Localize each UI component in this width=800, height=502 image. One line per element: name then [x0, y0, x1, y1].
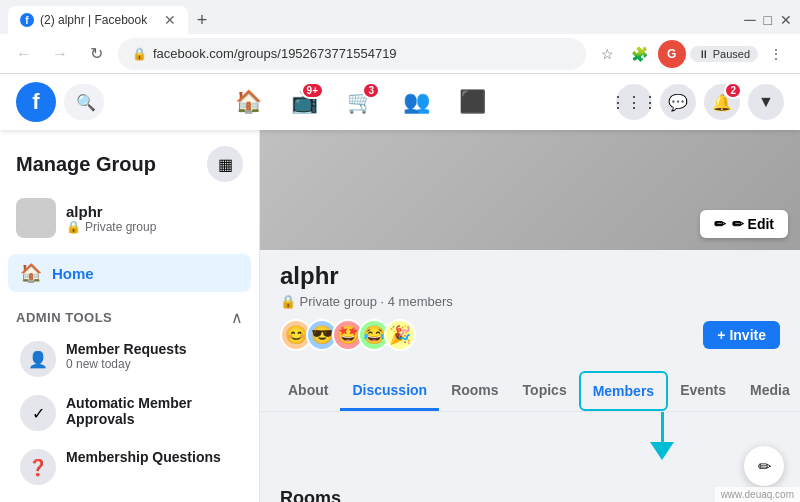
- search-bar[interactable]: 🔍: [64, 84, 104, 120]
- group-meta: 🔒 Private group · 4 members: [280, 294, 780, 309]
- sidebar: Manage Group ▦ alphr 🔒 Private group 🏠 H…: [0, 130, 260, 502]
- arrow-head: [650, 442, 674, 460]
- admin-tools-header: Admin Tools ∧: [0, 296, 259, 331]
- tab-about[interactable]: About: [276, 372, 340, 411]
- sidebar-item-membership-questions[interactable]: ❓ Membership Questions: [8, 441, 251, 493]
- messenger-icon: 💬: [668, 93, 688, 112]
- tab-topics[interactable]: Topics: [511, 372, 579, 411]
- group-heading: alphr: [280, 262, 780, 290]
- member-requests-icon: 👤: [20, 341, 56, 377]
- group-name: alphr: [66, 203, 156, 220]
- tab-events[interactable]: Events: [668, 372, 738, 411]
- window-close-icon[interactable]: ✕: [780, 12, 792, 28]
- nav-groups[interactable]: 👥: [392, 78, 440, 126]
- nav-marketplace[interactable]: 🛒 3: [336, 78, 384, 126]
- fb-nav-center: 🏠 📺 9+ 🛒 3 👥 ⬛: [104, 78, 616, 126]
- browser-chrome: f (2) alphr | Facebook ✕ + ─ □ ✕ ← → ↻ 🔒…: [0, 0, 800, 74]
- cyan-arrow: [650, 412, 674, 460]
- back-button[interactable]: ←: [10, 40, 38, 68]
- rooms-label: Rooms: [280, 488, 341, 502]
- apps-button[interactable]: ⋮⋮⋮: [616, 84, 652, 120]
- auto-approvals-label: Automatic Member Approvals: [66, 395, 239, 427]
- browser-titlebar: f (2) alphr | Facebook ✕ + ─ □ ✕: [0, 0, 800, 34]
- invite-button[interactable]: + Invite: [703, 321, 780, 349]
- sidebar-item-auto-approvals[interactable]: ✓ Automatic Member Approvals: [8, 387, 251, 439]
- window-maximize-icon[interactable]: □: [764, 12, 772, 28]
- notifications-badge: 2: [724, 82, 742, 99]
- home-sidebar-label: Home: [52, 265, 94, 282]
- fb-main: Manage Group ▦ alphr 🔒 Private group 🏠 H…: [0, 130, 800, 502]
- tab-close-icon[interactable]: ✕: [164, 12, 176, 28]
- url-text: facebook.com/groups/1952673771554719: [153, 46, 572, 61]
- profile-button[interactable]: G: [658, 40, 686, 68]
- edit-cover-button[interactable]: ✏ ✏ Edit: [700, 210, 788, 238]
- member-requests-sublabel: 0 new today: [66, 357, 187, 371]
- star-icon[interactable]: ☆: [594, 40, 622, 68]
- content-area: ✏ ✏ Edit alphr 🔒 Private group · 4 membe…: [260, 130, 800, 502]
- arrow-area: [260, 412, 800, 472]
- tab-discussion[interactable]: Discussion: [340, 372, 439, 411]
- floating-edit-button[interactable]: ✏: [744, 446, 784, 486]
- sidebar-panel-button[interactable]: ▦: [207, 146, 243, 182]
- address-bar[interactable]: 🔒 facebook.com/groups/1952673771554719: [118, 38, 586, 70]
- fb-navbar: f 🔍 🏠 📺 9+ 🛒 3 👥 ⬛ ⋮⋮⋮: [0, 74, 800, 130]
- window-minimize-icon[interactable]: ─: [744, 11, 755, 29]
- auto-approvals-icon: ✓: [20, 395, 56, 431]
- marketplace-badge: 3: [362, 82, 380, 99]
- menu-icon[interactable]: ⋮: [762, 40, 790, 68]
- tab-rooms[interactable]: Rooms: [439, 372, 510, 411]
- fb-nav-right: ⋮⋮⋮ 💬 🔔 2 ▼: [616, 84, 784, 120]
- membership-questions-label: Membership Questions: [66, 449, 221, 465]
- sidebar-item-home[interactable]: 🏠 Home: [8, 254, 251, 292]
- edit-floating-icon: ✏: [758, 457, 771, 476]
- groups-icon: 👥: [403, 89, 430, 115]
- tab-title: (2) alphr | Facebook: [40, 13, 158, 27]
- avatar-5: 🎉: [384, 319, 416, 351]
- tab-favicon: f: [20, 13, 34, 27]
- facebook-app: f 🔍 🏠 📺 9+ 🛒 3 👥 ⬛ ⋮⋮⋮: [0, 74, 800, 502]
- lock-small-icon: 🔒: [66, 220, 81, 234]
- gaming-icon: ⬛: [459, 89, 486, 115]
- member-requests-label: Member Requests: [66, 341, 187, 357]
- browser-toolbar: ← → ↻ 🔒 facebook.com/groups/195267377155…: [0, 34, 800, 74]
- forward-button[interactable]: →: [46, 40, 74, 68]
- search-icon: 🔍: [76, 93, 96, 112]
- reload-button[interactable]: ↻: [82, 40, 110, 68]
- home-sidebar-icon: 🏠: [20, 262, 42, 284]
- fb-logo: f: [16, 82, 56, 122]
- membership-questions-text: Membership Questions: [66, 449, 221, 465]
- admin-tools-label: Admin Tools: [16, 310, 112, 325]
- watermark: www.deuaq.com: [715, 487, 800, 502]
- group-avatar: [16, 198, 56, 238]
- messenger-button[interactable]: 💬: [660, 84, 696, 120]
- tab-members[interactable]: Members: [579, 371, 668, 411]
- nav-watch[interactable]: 📺 9+: [280, 78, 328, 126]
- notifications-button[interactable]: 🔔 2: [704, 84, 740, 120]
- auto-approvals-text: Automatic Member Approvals: [66, 395, 239, 427]
- group-info: alphr 🔒 Private group: [0, 190, 259, 250]
- home-icon: 🏠: [235, 89, 262, 115]
- sidebar-item-member-requests[interactable]: 👤 Member Requests 0 new today: [8, 333, 251, 385]
- new-tab-button[interactable]: +: [188, 6, 216, 34]
- nav-home[interactable]: 🏠: [224, 78, 272, 126]
- pencil-icon: ✏: [714, 216, 726, 232]
- panel-icon: ▦: [218, 155, 233, 174]
- collapse-icon[interactable]: ∧: [231, 308, 243, 327]
- nav-gaming[interactable]: ⬛: [448, 78, 496, 126]
- membership-questions-icon: ❓: [20, 449, 56, 485]
- lock-icon: 🔒: [132, 47, 147, 61]
- sidebar-item-pending-posts[interactable]: 📋 Pending Posts 0 new today: [8, 495, 251, 502]
- cover-photo: ✏ ✏ Edit: [260, 130, 800, 250]
- member-avatars: 😊 😎 🤩 😂 🎉: [280, 319, 410, 351]
- tab-media[interactable]: Media: [738, 372, 800, 411]
- watch-badge: 9+: [301, 82, 324, 99]
- paused-badge: ⏸ Paused: [690, 46, 758, 62]
- group-privacy: 🔒 Private group: [66, 220, 156, 234]
- extensions-icon[interactable]: 🧩: [626, 40, 654, 68]
- browser-tab[interactable]: f (2) alphr | Facebook ✕: [8, 6, 188, 34]
- sidebar-title: Manage Group: [16, 153, 156, 176]
- account-menu-button[interactable]: ▼: [748, 84, 784, 120]
- arrow-shaft: [661, 412, 664, 442]
- group-header: alphr 🔒 Private group · 4 members 😊 😎 🤩 …: [260, 250, 800, 371]
- member-requests-text: Member Requests 0 new today: [66, 341, 187, 371]
